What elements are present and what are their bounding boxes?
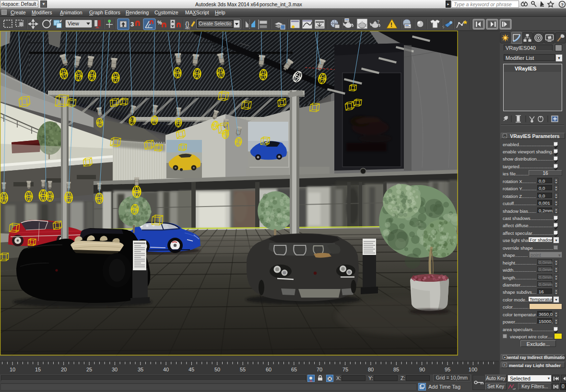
svg-text:Create Selectio: Create Selectio [199, 21, 232, 26]
svg-text:70: 70 [317, 367, 322, 372]
svg-text:90: 90 [419, 367, 425, 372]
svg-text:View: View [68, 21, 79, 26]
svg-text:95: 95 [445, 367, 450, 372]
svg-text:30: 30 [112, 367, 118, 372]
svg-text:40: 40 [163, 367, 169, 372]
svg-text:55: 55 [240, 367, 246, 372]
svg-text:60: 60 [266, 367, 271, 372]
svg-text:80: 80 [368, 367, 374, 372]
svg-text:25: 25 [86, 367, 92, 372]
svg-text:100: 100 [469, 367, 477, 372]
svg-text:?: ? [561, 2, 564, 7]
svg-text:!: ! [390, 22, 392, 28]
svg-text:20: 20 [61, 367, 67, 372]
svg-text:10: 10 [10, 367, 15, 372]
svg-text:%: % [157, 20, 162, 25]
svg-text:75: 75 [342, 367, 348, 372]
svg-text:65: 65 [291, 367, 297, 372]
svg-text:ABC: ABC [185, 27, 190, 30]
svg-text:35: 35 [138, 367, 143, 372]
svg-text:85: 85 [393, 367, 399, 372]
svg-text:3: 3 [130, 21, 134, 28]
svg-text:{}: {} [185, 20, 189, 27]
svg-text:45: 45 [189, 367, 194, 372]
svg-text:?: ? [377, 19, 379, 24]
svg-text:50: 50 [214, 367, 220, 372]
svg-text:15: 15 [35, 367, 41, 372]
